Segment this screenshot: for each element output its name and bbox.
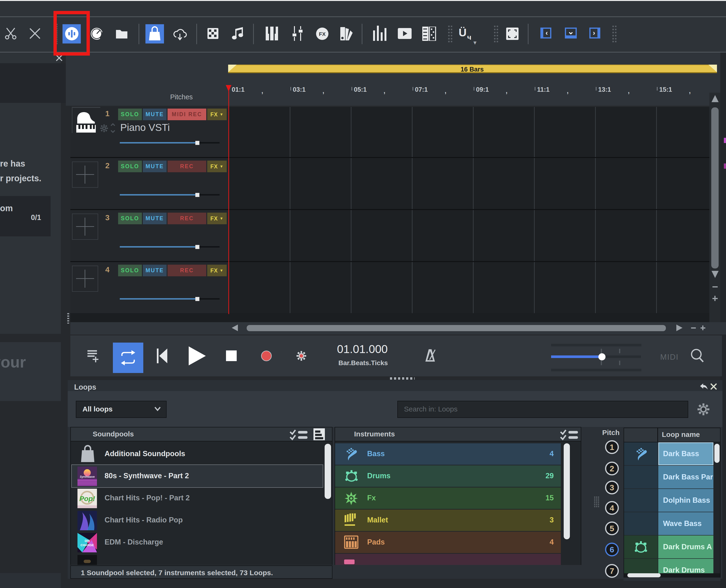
svg-text:Pop!: Pop! [79, 495, 95, 502]
svg-text:DIS: DIS [85, 539, 90, 543]
svg-text:Synthwave: Synthwave [80, 475, 95, 479]
svg-text:CHARGE: CHARGE [81, 543, 94, 547]
svg-text:FX: FX [319, 31, 326, 37]
